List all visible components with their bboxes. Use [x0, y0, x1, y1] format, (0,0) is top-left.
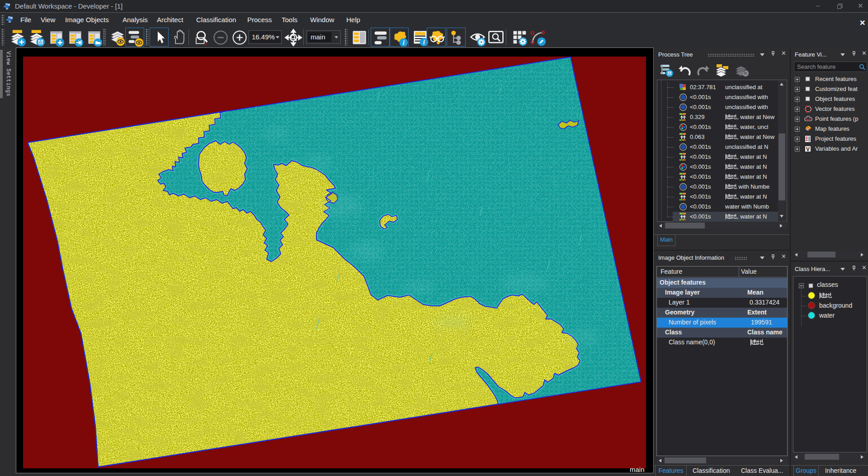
svg-text:i: i	[423, 38, 425, 46]
svg-text:V: V	[806, 146, 810, 152]
svg-text:i: i	[403, 39, 405, 46]
